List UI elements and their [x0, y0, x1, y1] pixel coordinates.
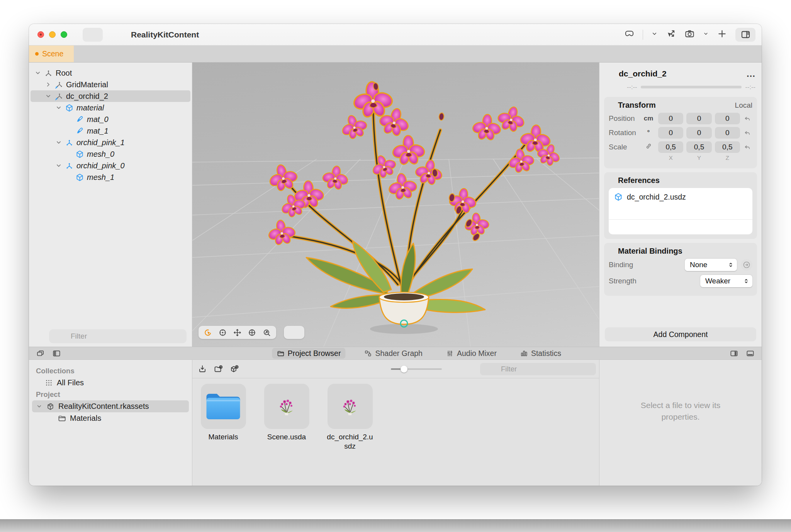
- transform-value-field[interactable]: 0: [658, 113, 683, 124]
- transform-value-field[interactable]: 0: [715, 113, 740, 124]
- chevron-down-icon[interactable]: [55, 162, 62, 169]
- tab-shader-graph[interactable]: Shader Graph: [359, 348, 427, 359]
- import-icon[interactable]: [198, 364, 207, 374]
- camera-button[interactable]: [684, 29, 695, 41]
- undo-icon[interactable]: [743, 129, 751, 137]
- hierarchy-filter-field[interactable]: [49, 329, 187, 343]
- copy-icon[interactable]: [36, 349, 45, 358]
- tree-item-orchid_pink_0[interactable]: orchid_pink_0: [31, 160, 190, 171]
- file-thumbnail[interactable]: [264, 384, 309, 429]
- new-package-icon[interactable]: [229, 364, 239, 374]
- transform-space-toggle[interactable]: Local: [725, 101, 752, 110]
- play-icon[interactable]: [606, 83, 613, 91]
- warning-icon[interactable]: [108, 29, 119, 40]
- chevron-down-button[interactable]: [651, 30, 658, 39]
- zoom-button[interactable]: [61, 31, 67, 38]
- chevron-down-icon[interactable]: [609, 248, 615, 254]
- chevron-down-icon[interactable]: [36, 403, 42, 410]
- toggle-hierarchy-button[interactable]: [83, 28, 103, 42]
- thumbnail-size-slider[interactable]: [391, 366, 442, 373]
- chevron-down-icon[interactable]: [609, 102, 615, 108]
- slider-thumb[interactable]: [401, 366, 407, 373]
- add-component-button[interactable]: Add Component: [605, 327, 756, 341]
- chevron-down-icon[interactable]: [494, 366, 499, 371]
- chevron-down-icon[interactable]: [55, 104, 62, 111]
- binding-dropdown[interactable]: None: [685, 259, 737, 271]
- filter-icon[interactable]: [484, 365, 492, 373]
- chevron-down-icon[interactable]: [34, 69, 41, 76]
- transform-value-field[interactable]: 0,5: [686, 141, 711, 153]
- panel-right-icon[interactable]: [730, 349, 738, 358]
- tab-statistics[interactable]: Statistics: [515, 348, 566, 359]
- transform-value-field[interactable]: 0: [715, 127, 740, 139]
- playback-scrubber[interactable]: [641, 86, 742, 88]
- transform-value-field[interactable]: 0,5: [658, 141, 683, 153]
- file-dc-orchid-2-usdz[interactable]: dc_orchid_2.usdz: [325, 384, 375, 451]
- undo-icon[interactable]: [743, 143, 751, 151]
- tab-audio-mixer[interactable]: Audio Mixer: [441, 348, 501, 359]
- browser-filter-input[interactable]: [501, 365, 595, 373]
- chevron-down-icon[interactable]: [63, 334, 69, 339]
- filter-icon[interactable]: [53, 332, 61, 341]
- sidebar-item-materials[interactable]: Materials: [32, 412, 189, 424]
- add-reference-button[interactable]: [614, 223, 623, 231]
- minimize-button[interactable]: [49, 31, 56, 38]
- undo-icon[interactable]: [743, 115, 751, 123]
- tree-item-orchid_pink_1[interactable]: orchid_pink_1: [31, 137, 190, 148]
- more-options-button[interactable]: …: [746, 72, 755, 76]
- reset-camera-icon[interactable]: [289, 328, 299, 337]
- tree-item-mesh_0[interactable]: mesh_0: [31, 148, 190, 160]
- tree-item-dc_orchid_2[interactable]: dc_orchid_2: [31, 90, 190, 102]
- transform-value-field[interactable]: 0: [686, 113, 711, 124]
- chevron-right-icon[interactable]: [45, 81, 52, 88]
- visionpro-button[interactable]: [624, 29, 635, 41]
- titlebar-divider: [643, 30, 643, 40]
- tool-orbit-icon[interactable]: [248, 328, 256, 337]
- file-materials[interactable]: Materials: [198, 384, 248, 451]
- 3d-viewport[interactable]: [192, 63, 599, 347]
- file-scene-usda[interactable]: Scene.usda: [261, 384, 312, 451]
- sidebar-item-realitykitcontent.rkassets[interactable]: RealityKitContent.rkassets: [32, 400, 189, 412]
- send-to-device-button[interactable]: [666, 29, 676, 41]
- tool-select-icon[interactable]: [204, 328, 212, 337]
- go-to-binding-button[interactable]: [741, 259, 752, 271]
- hierarchy-filter-input[interactable]: [71, 332, 183, 341]
- remove-reference-button[interactable]: [632, 223, 640, 231]
- add-entity-button[interactable]: [34, 331, 44, 341]
- file-thumbnail[interactable]: [201, 384, 246, 429]
- new-folder-icon[interactable]: [214, 364, 223, 374]
- file-thumbnail[interactable]: [328, 384, 373, 429]
- chevron-down-icon[interactable]: [55, 139, 62, 146]
- plus-button[interactable]: [717, 29, 727, 41]
- strength-dropdown[interactable]: Weaker: [700, 275, 752, 287]
- sort-control[interactable]: [450, 365, 465, 373]
- transform-value-field[interactable]: 0,5: [715, 141, 740, 153]
- stop-icon[interactable]: [617, 83, 623, 91]
- tool-zoom-icon[interactable]: [262, 328, 271, 337]
- close-button[interactable]: [37, 31, 44, 38]
- tree-item-GridMaterial[interactable]: GridMaterial: [31, 79, 190, 90]
- browser-filter-field[interactable]: [480, 363, 596, 375]
- inspector-toggle-button[interactable]: [735, 28, 755, 42]
- panel-bottom-icon[interactable]: [746, 349, 755, 358]
- transform-value-field[interactable]: 0: [658, 127, 683, 139]
- 3d-viewport-canvas[interactable]: [192, 63, 599, 347]
- tool-pan-icon[interactable]: [233, 328, 242, 337]
- app-window: RealityKitContent Scene RootGridMaterial…: [29, 24, 762, 486]
- tree-item-mat_0[interactable]: mat_0: [31, 114, 190, 125]
- tree-item-Root[interactable]: Root: [31, 67, 190, 79]
- tree-item-mesh_1[interactable]: mesh_1: [31, 171, 190, 183]
- tab-scene[interactable]: Scene: [29, 46, 74, 62]
- transform-value-field[interactable]: 0: [686, 127, 711, 139]
- chevron-down-button[interactable]: [703, 31, 709, 38]
- camera-icon: [684, 29, 695, 39]
- sidebar-item-all-files[interactable]: All Files: [32, 377, 189, 389]
- sidebar-left-icon[interactable]: [52, 349, 61, 358]
- tool-dolly-icon[interactable]: [218, 328, 227, 337]
- chevron-down-icon[interactable]: [609, 178, 615, 184]
- tree-item-mat_1[interactable]: mat_1: [31, 125, 190, 137]
- reference-item[interactable]: dc_orchid_2.usdz: [609, 188, 752, 219]
- tree-item-material[interactable]: material: [31, 102, 190, 114]
- chevron-down-icon[interactable]: [45, 93, 52, 100]
- tab-project-browser[interactable]: Project Browser: [272, 348, 346, 359]
